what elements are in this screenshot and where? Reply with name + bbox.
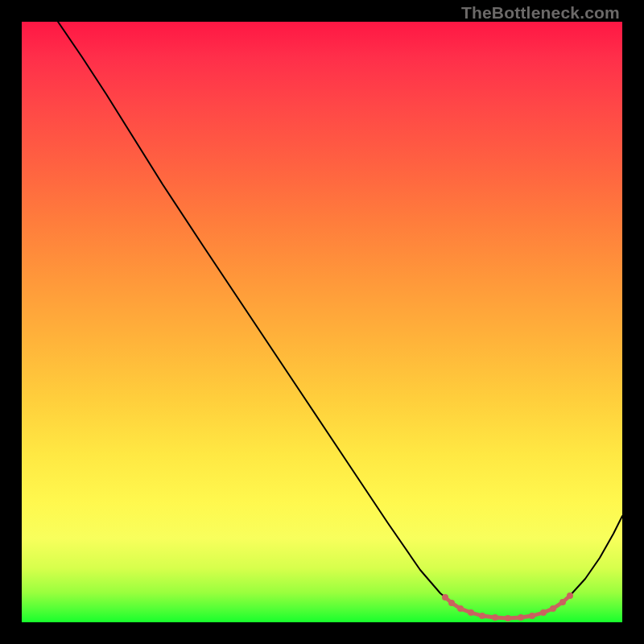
curve-main-curve bbox=[58, 22, 622, 618]
highlight-segment bbox=[495, 617, 508, 618]
watermark-text: TheBottleneck.com bbox=[461, 3, 620, 23]
chart-frame: TheBottleneck.com bbox=[0, 0, 644, 644]
highlight-segment bbox=[482, 616, 495, 617]
plot-area bbox=[22, 22, 622, 622]
highlight-segment bbox=[563, 596, 570, 602]
highlight-segment bbox=[508, 617, 521, 618]
chart-svg bbox=[22, 22, 622, 622]
